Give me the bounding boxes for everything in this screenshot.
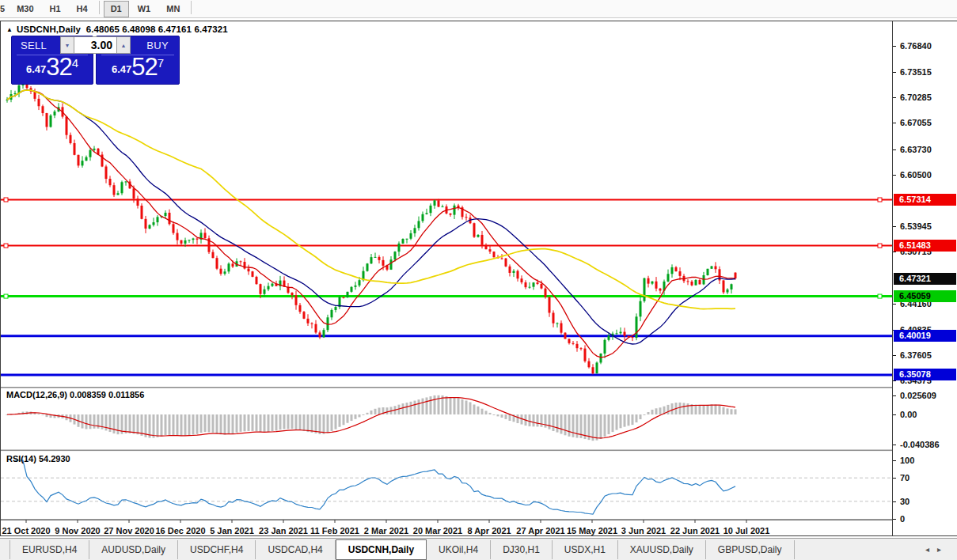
rsi-line [15,460,735,514]
buy-price-big: 52 [131,53,157,81]
tab-usdcad-h4[interactable]: USDCAD,H4 [256,540,335,559]
timeframe-button-h1[interactable]: H1 [43,1,68,17]
timeframe-button-h4[interactable]: H4 [70,1,95,17]
date-tick-label: 20 Mar 2021 [413,526,462,535]
date-tick-label: 8 Apr 2021 [467,526,511,535]
price-tick-label: 6.76840 [900,40,932,51]
one-click-trade-panel: SELL 6.47324 BUY 6.47527 ▼ ▲ [11,36,180,85]
price-axis[interactable]: 6.768406.735156.702856.670556.637306.605… [892,21,957,536]
buy-label: BUY [146,40,169,51]
price-tick-label: 100 [900,455,914,466]
date-tick-label: 5 Jan 2021 [210,526,254,535]
tab-usdchf-h4[interactable]: USDCHF,H4 [178,540,256,559]
tab-usdx-h1[interactable]: USDX,H1 [553,540,618,559]
axis-tick [893,501,896,502]
ohlc-values: 6.48065 6.48098 6.47161 6.47321 [86,25,228,34]
volume-increase-button[interactable]: ▲ [116,36,131,54]
price-tick-label: 0.025609 [900,390,936,401]
date-tick-label: 16 Dec 2020 [156,526,206,535]
axis-tick [893,97,896,98]
axis-tick [893,395,896,396]
volume-stepper: ▼ ▲ [60,36,131,54]
price-flag-6.57314: 6.57314 [894,194,956,206]
timeframe-buttons: M30H1H4D1W1MN [9,1,195,17]
tab-audusd-daily[interactable]: AUDUSD,Daily [89,540,178,559]
timeframe-toolbar: 5 M30H1H4D1W1MN [0,0,957,18]
axis-tick [893,72,896,73]
price-tick-label: 6.60500 [900,169,932,180]
volume-input[interactable] [74,36,116,54]
tab-dj30-h1[interactable]: DJ30,H1 [491,540,553,559]
axis-tick [893,460,896,461]
tab-xauusd-daily[interactable]: XAUUSD,Daily [618,540,706,559]
price-tick-label: 6.63730 [900,144,932,155]
date-tick-label: 21 Oct 2020 [2,526,50,535]
date-tick-label: 15 May 2021 [567,526,617,535]
price-tick-label: 30 [900,496,910,507]
axis-tick [893,445,896,445]
axis-tick [893,304,896,305]
price-tick-label: 6.67055 [900,117,932,128]
tab-ukoil-h4[interactable]: UKOil,H4 [427,540,491,559]
axis-tick [893,478,896,479]
price-flag-6.45059: 6.45059 [894,290,956,302]
buy-price: 6.47527 [97,53,179,81]
price-flag-6.51483: 6.51483 [894,240,956,252]
date-tick-label: 9 Nov 2020 [55,526,100,535]
axis-tick [893,355,896,356]
price-flag-6.47321: 6.47321 [894,273,956,285]
price-tick-label: 70 [900,472,910,483]
axis-tick [893,519,896,520]
price-tick-label: 0 [900,513,905,524]
date-tick-label: 27 Apr 2021 [516,526,564,535]
collapse-arrow-icon[interactable]: ▲ [6,26,13,33]
toolbar-divider [99,1,100,14]
tab-scroll-left-icon[interactable]: ◂ [925,545,937,554]
macd-indicator-label: MACD(12,26,9) 0.008359 0.011856 [6,390,144,399]
volume-decrease-button[interactable]: ▼ [60,36,74,54]
axis-tick [893,175,896,176]
price-flag-6.40019: 6.40019 [894,330,956,342]
axis-tick [893,149,896,150]
date-tick-label: 2 Mar 2021 [364,526,408,535]
rsi-indicator-label: RSI(14) 54.2930 [6,454,70,464]
buy-price-prefix: 6.47 [112,63,131,75]
tab-usdcnh-daily[interactable]: USDCNH,Daily [336,539,427,560]
tab-scroll-right-icon[interactable]: ▸ [937,545,949,554]
price-tick-label: 0.00 [900,409,917,420]
tab-gbpusd-daily[interactable]: GBPUSD,Daily [706,540,795,559]
horizontal-line-objects [1,198,893,375]
timeframe-button-d1[interactable]: D1 [104,1,129,17]
date-tick-label: 22 Jun 2021 [670,526,720,535]
date-tick-label: 23 Jan 2021 [259,526,308,535]
macd-signal-line [7,398,735,438]
chart-tab-bar: EURUSD,H4AUDUSD,DailyUSDCHF,H4USDCAD,H4U… [0,538,957,560]
timeframe-button-mn[interactable]: MN [159,1,187,17]
date-tick-label: 27 Nov 2020 [104,526,154,535]
moving-average-line-20 [7,90,735,344]
tab-eurusd-h4[interactable]: EURUSD,H4 [9,540,89,559]
trading-platform-window: 5 M30H1H4D1W1MN ▲USDCNH,Daily 6.48065 6.… [0,0,957,560]
axis-tick [893,414,896,415]
timeframe-button-w1[interactable]: W1 [131,1,158,17]
price-chart-canvas[interactable] [1,21,893,535]
axis-tick [893,123,896,123]
sell-price: 6.47324 [12,53,93,81]
axis-tick [893,46,896,47]
price-tick-label: 6.73515 [900,66,932,78]
candles-layer [6,78,737,374]
timeframe-button-m5-partial[interactable]: 5 [0,1,8,17]
date-tick-label: 11 Feb 2021 [310,526,359,535]
sell-price-prefix: 6.47 [26,63,46,75]
price-tick-label: 6.70285 [900,92,932,103]
price-tick-label: -0.040386 [900,439,940,450]
rsi-pane [1,460,893,514]
price-tick-label: 6.37605 [900,350,932,361]
axis-tick [893,226,896,227]
price-flag-6.35078: 6.35078 [894,369,956,380]
chart-window: ▲USDCNH,Daily 6.48065 6.48098 6.47161 6.… [0,21,893,536]
date-tick-label: 10 Jul 2021 [723,526,770,535]
sell-price-big: 32 [46,53,71,81]
timeframe-button-m30[interactable]: M30 [9,1,40,17]
sell-label: SELL [21,40,47,51]
